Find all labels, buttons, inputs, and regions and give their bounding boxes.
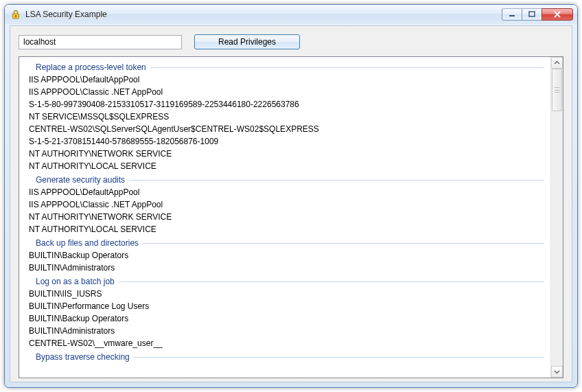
privilege-group-header[interactable]: Generate security audits <box>26 174 544 186</box>
scroll-track[interactable] <box>551 69 563 366</box>
privilege-group: Log on as a batch jobBUILTIN\IIS_IUSRSBU… <box>19 275 551 349</box>
list-item[interactable]: IIS APPPOOL\DefaultAppPool <box>26 186 544 198</box>
privilege-group-title: Generate security audits <box>36 175 125 185</box>
close-icon <box>553 11 561 18</box>
titlebar[interactable]: LSA Security Example <box>5 5 577 24</box>
chevron-down-icon <box>554 369 560 375</box>
list-item[interactable]: IIS APPPOOL\Classic .NET AppPool <box>26 198 544 211</box>
list-item[interactable]: NT AUTHORITY\LOCAL SERVICE <box>26 160 544 172</box>
list-item[interactable]: BUILTIN\Administrators <box>26 262 544 274</box>
vertical-scrollbar[interactable] <box>550 57 563 378</box>
group-header-rule <box>143 243 544 244</box>
privilege-group-title: Bypass traverse checking <box>36 352 130 362</box>
scroll-thumb[interactable] <box>552 69 562 111</box>
list-item[interactable]: BUILTIN\Performance Log Users <box>26 300 544 312</box>
lock-icon <box>10 9 21 20</box>
privilege-group-header[interactable]: Back up files and directories <box>26 237 544 249</box>
svg-rect-3 <box>509 15 515 16</box>
window-buttons <box>502 8 573 21</box>
svg-rect-2 <box>16 16 16 18</box>
list-item[interactable]: NT AUTHORITY\NETWORK SERVICE <box>26 148 544 160</box>
window-title: LSA Security Example <box>25 10 502 19</box>
privilege-group: Generate security auditsIIS APPPOOL\Defa… <box>19 174 551 235</box>
minimize-icon <box>509 11 515 18</box>
privilege-group: Replace a process-level tokenIIS APPPOOL… <box>19 61 551 172</box>
list-item[interactable]: NT SERVICE\MSSQL$SQLEXPRESS <box>26 111 544 123</box>
list-item[interactable]: BUILTIN\Backup Operators <box>26 249 544 262</box>
privilege-group-title: Back up files and directories <box>36 238 139 248</box>
list-item[interactable]: BUILTIN\Backup Operators <box>26 312 544 325</box>
privilege-group-title: Replace a process-level token <box>36 62 146 72</box>
app-window: LSA Security Example Read Privileges <box>4 4 578 388</box>
list-item[interactable]: CENTREL-WS02\SQLServerSQLAgentUser$CENTR… <box>26 123 544 135</box>
client-area: Read Privileges Replace a process-level … <box>10 25 572 382</box>
host-input[interactable] <box>19 35 182 49</box>
group-header-rule <box>129 180 544 181</box>
maximize-button[interactable] <box>522 8 542 21</box>
privilege-group-title: Log on as a batch job <box>36 277 115 286</box>
scroll-up-button[interactable] <box>551 57 563 69</box>
list-item[interactable]: BUILTIN\IIS_IUSRS <box>26 288 544 300</box>
privilege-group: Back up files and directoriesBUILTIN\Bac… <box>19 237 551 274</box>
scroll-down-button[interactable] <box>551 366 563 378</box>
list-item[interactable]: IIS APPPOOL\DefaultAppPool <box>26 73 544 86</box>
list-item[interactable]: CENTREL-WS02\__vmware_user__ <box>26 337 544 349</box>
list-item[interactable]: S-1-5-80-997390408-2153310517-3119169589… <box>26 98 544 111</box>
list-item[interactable]: NT AUTHORITY\NETWORK SERVICE <box>26 211 544 223</box>
close-button[interactable] <box>542 8 573 21</box>
svg-rect-4 <box>529 12 535 16</box>
list-item[interactable]: S-1-5-21-3708151440-578689555-182056876-… <box>26 135 544 148</box>
privileges-content: Replace a process-level tokenIIS APPPOOL… <box>19 57 551 378</box>
minimize-button[interactable] <box>502 8 522 21</box>
maximize-icon <box>528 11 535 18</box>
group-header-rule <box>134 357 544 358</box>
chevron-up-icon <box>554 60 560 66</box>
top-controls: Read Privileges <box>19 34 563 49</box>
group-header-rule <box>150 67 544 68</box>
privilege-group-header[interactable]: Replace a process-level token <box>26 61 544 73</box>
list-item[interactable]: BUILTIN\Administrators <box>26 325 544 337</box>
privileges-listbox[interactable]: Replace a process-level tokenIIS APPPOOL… <box>19 56 563 378</box>
group-header-rule <box>119 281 544 282</box>
list-item[interactable]: NT AUTHORITY\LOCAL SERVICE <box>26 223 544 235</box>
read-privileges-button[interactable]: Read Privileges <box>194 34 300 49</box>
privilege-group: Bypass traverse checking <box>19 351 551 363</box>
privilege-group-header[interactable]: Log on as a batch job <box>26 275 544 288</box>
list-item[interactable]: IIS APPPOOL\Classic .NET AppPool <box>26 86 544 98</box>
privilege-group-header[interactable]: Bypass traverse checking <box>26 351 544 363</box>
